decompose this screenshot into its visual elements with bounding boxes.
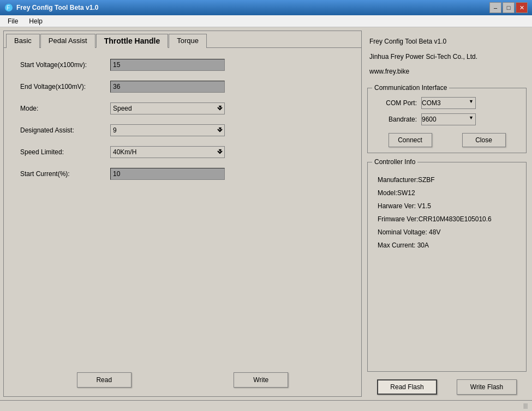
read-flash-button[interactable]: Read Flash <box>377 379 437 395</box>
title-bar: F Frey Config Tool Beta v1.0 – □ ✕ <box>0 0 532 15</box>
maximize-button[interactable]: □ <box>503 2 515 13</box>
form-row-start-voltage: Start Voltage(x100mv): <box>20 59 345 71</box>
app-icon: F <box>4 3 13 12</box>
comm-buttons: Connect Close <box>373 133 521 147</box>
controller-manufacturer: Manufacturer:SZBF <box>378 173 516 186</box>
input-end-voltage[interactable] <box>110 81 225 93</box>
mode-select-wrapper: Speed Current Manual <box>110 102 225 114</box>
tab-basic[interactable]: Basic <box>6 34 40 48</box>
read-button[interactable]: Read <box>77 372 131 388</box>
tab-torque[interactable]: Torque <box>169 34 207 48</box>
com-port-label: COM Port: <box>373 99 417 107</box>
controller-max-current: Max Current: 30A <box>378 239 516 252</box>
app-info: Frey Config Tool Beta v1.0 Jinhua Frey P… <box>367 33 527 81</box>
left-panel: Basic Pedal Assist Throttle Handle Torqu… <box>3 31 362 397</box>
app-info-website: www.frey.bike <box>369 66 524 78</box>
select-speed-limited[interactable]: 20Km/H 25Km/H 30Km/H 35Km/H 40Km/H 45Km/… <box>110 146 225 158</box>
label-start-current: Start Current(%): <box>20 170 105 178</box>
controller-info-group: Controller Info Manufacturer:SZBF Model:… <box>367 162 527 372</box>
menu-file[interactable]: File <box>2 16 23 26</box>
select-designated-assist[interactable]: 123 456 78910 <box>110 124 225 136</box>
comm-interface-group: Communication Interface COM Port: COM1 C… <box>367 88 527 153</box>
com-port-select-wrapper: COM1 COM2 COM3 COM4 <box>421 97 476 109</box>
bottom-buttons: Read Write <box>4 367 361 396</box>
status-grip: ||| <box>523 403 528 409</box>
flash-buttons: Read Flash Write Flash <box>367 379 527 395</box>
close-comm-button[interactable]: Close <box>462 133 506 147</box>
label-designated-assist: Designated Assist: <box>20 126 105 134</box>
baudrate-row: Bandrate: 9600 19200 38400 115200 <box>373 113 521 125</box>
write-button[interactable]: Write <box>234 372 288 388</box>
close-button[interactable]: ✕ <box>516 2 528 13</box>
window-controls: – □ ✕ <box>489 2 528 13</box>
com-port-row: COM Port: COM1 COM2 COM3 COM4 <box>373 97 521 109</box>
select-mode[interactable]: Speed Current Manual <box>110 102 225 114</box>
baudrate-label: Bandrate: <box>373 116 417 123</box>
minimize-button[interactable]: – <box>489 2 501 13</box>
tab-throttle-handle[interactable]: Throttle Handle <box>96 34 169 48</box>
baudrate-select-wrapper: 9600 19200 38400 115200 <box>421 113 476 125</box>
controller-nominal-voltage: Nominal Voltage: 48V <box>378 226 516 239</box>
menu-help[interactable]: Help <box>23 16 48 26</box>
form-row-speed-limited: Speed Limited: 20Km/H 25Km/H 30Km/H 35Km… <box>20 146 345 158</box>
form-row-designated-assist: Designated Assist: 123 456 78910 <box>20 124 345 136</box>
form-row-mode: Mode: Speed Current Manual <box>20 102 345 114</box>
right-panel: Frey Config Tool Beta v1.0 Jinhua Frey P… <box>365 31 529 397</box>
input-start-voltage[interactable] <box>110 59 225 71</box>
controller-info-title: Controller Info <box>372 158 417 166</box>
tab-content: Start Voltage(x100mv): End Voltage(x100m… <box>4 47 361 367</box>
select-com-port[interactable]: COM1 COM2 COM3 COM4 <box>421 97 476 109</box>
connect-button[interactable]: Connect <box>388 133 432 147</box>
select-baudrate[interactable]: 9600 19200 38400 115200 <box>421 113 476 125</box>
label-start-voltage: Start Voltage(x100mv): <box>20 61 105 69</box>
svg-text:F: F <box>7 5 10 11</box>
label-speed-limited: Speed Limited: <box>20 148 105 156</box>
write-flash-button[interactable]: Write Flash <box>457 379 517 395</box>
tabs-container: Basic Pedal Assist Throttle Handle Torqu… <box>4 31 361 47</box>
label-mode: Mode: <box>20 105 105 112</box>
label-end-voltage: End Voltage(x100mV): <box>20 83 105 90</box>
controller-firmware: Frimware Ver:CRR10M4830E105010.6 <box>378 213 516 226</box>
controller-model: Model:SW12 <box>378 186 516 200</box>
speed-limited-select-wrapper: 20Km/H 25Km/H 30Km/H 35Km/H 40Km/H 45Km/… <box>110 146 225 158</box>
tab-pedal-assist[interactable]: Pedal Assist <box>40 34 95 48</box>
app-info-title: Frey Config Tool Beta v1.0 <box>369 36 524 48</box>
comm-interface-title: Communication Interface <box>372 84 449 92</box>
menu-bar: File Help <box>0 15 532 27</box>
controller-info-content: Manufacturer:SZBF Model:SW12 Harware Ver… <box>373 168 521 257</box>
status-bar: ||| <box>0 400 532 411</box>
form-row-start-current: Start Current(%): <box>20 168 345 180</box>
main-container: Basic Pedal Assist Throttle Handle Torqu… <box>0 27 532 400</box>
comm-interface-content: COM Port: COM1 COM2 COM3 COM4 Bandrate: <box>373 94 521 147</box>
app-info-company: Jinhua Frey Power Sci-Tech Co., Ltd. <box>369 51 524 63</box>
window-title: Frey Config Tool Beta v1.0 <box>16 4 98 11</box>
controller-hardware: Harware Ver: V1.5 <box>378 200 516 213</box>
designated-assist-select-wrapper: 123 456 78910 <box>110 124 225 136</box>
form-row-end-voltage: End Voltage(x100mV): <box>20 81 345 93</box>
input-start-current[interactable] <box>110 168 225 180</box>
